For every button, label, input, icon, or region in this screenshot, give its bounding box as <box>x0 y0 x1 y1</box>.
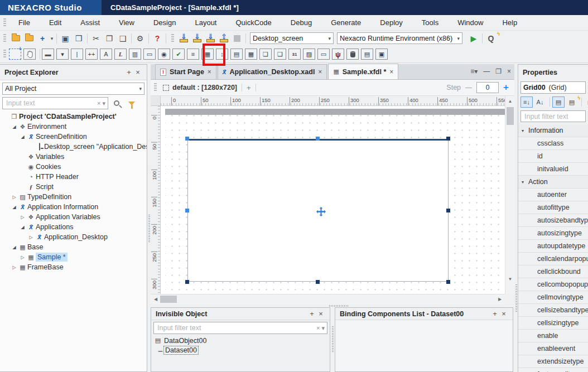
property-row-extendsizetype[interactable]: extendsizetype <box>518 355 588 368</box>
selection-handle-mid-left[interactable] <box>185 209 189 212</box>
import-tray-icon[interactable]: ⇓ <box>177 32 190 45</box>
div-icon[interactable]: ▥ <box>129 49 141 60</box>
cutoff-view-icon[interactable]: ▢ <box>584 96 588 108</box>
property-row-cellsizebandtype[interactable]: cellsizebandtype <box>518 304 588 317</box>
progressbar-icon[interactable]: ▭ <box>317 49 330 60</box>
property-row-autosizebandtype[interactable]: autosizebandtype <box>518 214 588 227</box>
alphabetical-sort-icon[interactable]: A↓ <box>534 96 546 108</box>
edit-icon[interactable]: | <box>71 49 83 60</box>
step-increase-button[interactable]: + <box>503 82 509 93</box>
menu-help[interactable]: Help <box>493 15 527 31</box>
selection-handle-top-right[interactable] <box>446 137 450 141</box>
treeview-icon[interactable]: ▤ <box>230 49 243 60</box>
tree-item-http-header[interactable]: ◔HTTP Header <box>0 172 147 182</box>
import-tray-icon[interactable]: ⇓ <box>204 32 217 45</box>
save-all-icon[interactable]: ❒ <box>72 32 85 45</box>
tree-item-desktop-screen-application-des[interactable]: Desktop_screen "Application_Des <box>0 142 147 152</box>
selection-handle-bottom-left[interactable] <box>185 280 189 284</box>
vertical-scroll-thumb[interactable] <box>507 107 514 125</box>
tree-item-base[interactable]: ◢▦Base <box>0 242 147 252</box>
invisible-item-dataset00[interactable]: Dataset00 <box>151 345 330 355</box>
tab-start-page[interactable]: !Start Page× <box>155 64 216 79</box>
menu-edit[interactable]: Edit <box>40 15 71 31</box>
chevron-down-icon[interactable]: ▾ <box>321 325 325 332</box>
tree-item-environment[interactable]: ◢❖Environment <box>0 122 147 132</box>
radio-icon[interactable]: ◉ <box>158 49 170 60</box>
tree-item-application-desktop[interactable]: ▷x̄Application_Desktop <box>0 232 147 242</box>
screen-nav-icon[interactable]: ▭ <box>143 49 156 60</box>
expander-icon[interactable]: ▷ <box>11 265 18 270</box>
open-folder-icon[interactable] <box>22 32 36 45</box>
property-row-enableevent[interactable]: enableevent <box>518 342 588 355</box>
add-size-button[interactable]: + <box>247 84 251 92</box>
formlist-icon[interactable]: ▤ <box>361 49 373 60</box>
chevron-down-icon[interactable]: ▾ <box>102 100 105 107</box>
selected-object-combo[interactable]: Grid00 (Grid) <box>520 81 586 94</box>
menu-assist[interactable]: Assist <box>71 15 109 31</box>
settings-icon[interactable]: ⚙ <box>133 32 147 45</box>
tree-item-screendefinition[interactable]: ◢x̄ScreenDefinition <box>0 132 147 142</box>
properties-filter-input[interactable] <box>523 112 583 121</box>
dataset-icon[interactable] <box>346 49 359 60</box>
checkbox-icon[interactable]: ✔ <box>172 49 185 60</box>
page-icon[interactable]: ❏ <box>259 49 272 60</box>
menu-file[interactable]: File <box>9 15 40 31</box>
minimize-icon[interactable]: — <box>483 67 490 75</box>
close-icon[interactable]: × <box>507 67 511 75</box>
maskedit-icon[interactable]: ++ <box>85 49 98 60</box>
expander-icon[interactable]: ▷ <box>19 255 26 260</box>
expander-icon[interactable]: ▷ <box>11 195 18 200</box>
property-row-enable[interactable]: enable <box>518 330 588 342</box>
invisible-filter-input[interactable] <box>156 323 315 332</box>
textarea-icon[interactable]: L <box>114 49 127 60</box>
property-row-fastvscrolltype[interactable]: fastvscrolltype <box>518 368 588 372</box>
menu-quickcode[interactable]: QuickCode <box>226 15 281 31</box>
selection-handle-top-center[interactable] <box>316 137 320 141</box>
cut-icon[interactable]: ✂ <box>89 32 103 45</box>
menu-view[interactable]: View <box>109 15 144 31</box>
screen-combo[interactable]: Desktop_screen ▾ <box>250 32 334 44</box>
expander-icon[interactable]: ◢ <box>19 134 26 139</box>
scroll-left-icon[interactable]: ◀ <box>151 294 160 304</box>
property-row-autofittype[interactable]: autofittype <box>518 201 588 214</box>
horizontal-scroll-thumb[interactable] <box>160 296 177 303</box>
property-row-initvalueid[interactable]: initvalueid <box>518 163 588 176</box>
step-input[interactable] <box>476 82 499 93</box>
property-row-cellmovingtype[interactable]: cellmovingtype <box>518 291 588 304</box>
scroll-right-icon[interactable]: ▶ <box>495 294 504 304</box>
export-tray-icon[interactable]: ⇧ <box>217 32 230 45</box>
property-row-autoupdatetype[interactable]: autoupdatetype <box>518 240 588 253</box>
pin-icon[interactable]: + <box>307 310 316 318</box>
filter-icon[interactable] <box>128 102 135 105</box>
menu-generate[interactable]: Generate <box>321 15 370 31</box>
paste-icon[interactable]: ❑ <box>116 32 129 45</box>
categorized-view-icon[interactable]: ≡↓ <box>520 96 533 108</box>
selection-handle-bottom-center[interactable] <box>316 280 320 284</box>
expander-icon[interactable]: ▷ <box>19 215 26 220</box>
selection-handle-top-left[interactable] <box>185 137 189 141</box>
bottom-panel-splitter[interactable] <box>330 307 335 372</box>
menu-deploy[interactable]: Deploy <box>370 15 412 31</box>
disabled-square-icon[interactable] <box>230 32 244 45</box>
plug-icon[interactable]: ψ <box>332 49 344 60</box>
property-row-cellcombopopuptype[interactable]: cellcombopopuptype <box>518 278 588 291</box>
open-project-icon[interactable] <box>9 32 22 45</box>
tree-item-application-variables[interactable]: ▷❖Application Variables <box>0 212 147 222</box>
restore-icon[interactable]: ❐ <box>495 67 502 75</box>
section-arrow-icon[interactable]: ▾ <box>518 180 527 185</box>
project-scope-combo[interactable]: All Project ▾ <box>2 83 144 95</box>
grid-cursor-icon[interactable]: ▦ <box>245 49 257 60</box>
close-icon[interactable]: × <box>389 68 393 76</box>
selection-handle-bottom-right[interactable] <box>446 280 450 284</box>
toolbar-grip[interactable] <box>3 50 6 59</box>
new-item-icon[interactable]: + <box>36 32 49 45</box>
expander-icon[interactable]: ◢ <box>11 245 18 250</box>
section-arrow-icon[interactable]: ▾ <box>518 128 527 133</box>
close-icon[interactable]: × <box>316 310 325 318</box>
copy-icon[interactable]: ❐ <box>103 32 116 45</box>
property-row-autosizingtype[interactable]: autosizingtype <box>518 227 588 240</box>
property-view-icon[interactable]: ▤ <box>552 96 565 108</box>
expander-icon[interactable]: ◢ <box>11 124 18 129</box>
tree-item-script[interactable]: ƒScript <box>0 182 147 192</box>
tree-item-cookies[interactable]: ◉Cookies <box>0 162 147 172</box>
